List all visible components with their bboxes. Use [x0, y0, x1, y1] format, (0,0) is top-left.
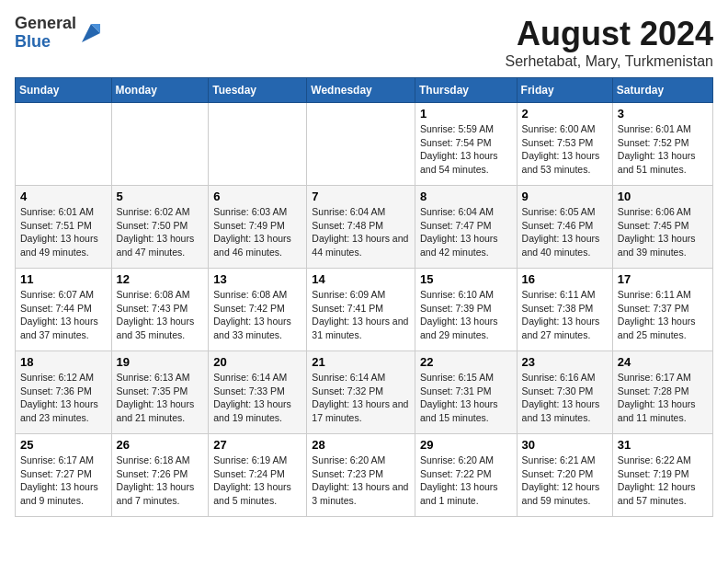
day-info: Sunrise: 6:20 AM Sunset: 7:22 PM Dayligh…	[420, 454, 512, 508]
day-info: Sunrise: 6:03 AM Sunset: 7:49 PM Dayligh…	[213, 205, 301, 259]
week-row-2: 4Sunrise: 6:01 AM Sunset: 7:51 PM Daylig…	[16, 186, 713, 269]
day-info: Sunrise: 6:11 AM Sunset: 7:38 PM Dayligh…	[522, 288, 608, 342]
day-number: 3	[618, 107, 708, 121]
logo: General Blue	[15, 15, 104, 52]
day-number: 17	[618, 272, 708, 286]
calendar-cell: 14Sunrise: 6:09 AM Sunset: 7:41 PM Dayli…	[307, 269, 415, 351]
day-info: Sunrise: 6:00 AM Sunset: 7:53 PM Dayligh…	[522, 122, 608, 177]
calendar-cell: 3Sunrise: 6:01 AM Sunset: 7:52 PM Daylig…	[612, 103, 712, 186]
day-info: Sunrise: 6:06 AM Sunset: 7:45 PM Dayligh…	[618, 205, 708, 259]
day-info: Sunrise: 6:12 AM Sunset: 7:36 PM Dayligh…	[20, 371, 107, 425]
header-monday: Monday	[111, 78, 209, 103]
calendar-cell: 12Sunrise: 6:08 AM Sunset: 7:43 PM Dayli…	[111, 269, 209, 351]
calendar-header-row: SundayMondayTuesdayWednesdayThursdayFrid…	[16, 78, 713, 103]
day-number: 10	[618, 190, 708, 203]
calendar-cell: 24Sunrise: 6:17 AM Sunset: 7:28 PM Dayli…	[612, 351, 712, 434]
calendar-cell: 11Sunrise: 6:07 AM Sunset: 7:44 PM Dayli…	[16, 269, 112, 351]
week-row-5: 25Sunrise: 6:17 AM Sunset: 7:27 PM Dayli…	[16, 434, 713, 517]
main-title: August 2024	[506, 15, 713, 53]
day-info: Sunrise: 6:01 AM Sunset: 7:51 PM Dayligh…	[20, 205, 107, 259]
day-number: 8	[420, 190, 512, 203]
day-info: Sunrise: 6:09 AM Sunset: 7:41 PM Dayligh…	[312, 288, 410, 342]
day-number: 21	[312, 355, 410, 369]
logo-general: General	[15, 14, 76, 32]
day-number: 23	[522, 355, 608, 369]
header-saturday: Saturday	[612, 78, 712, 103]
calendar-cell: 7Sunrise: 6:04 AM Sunset: 7:48 PM Daylig…	[307, 186, 415, 269]
day-number: 5	[117, 190, 204, 203]
calendar-cell: 23Sunrise: 6:16 AM Sunset: 7:30 PM Dayli…	[517, 351, 612, 434]
calendar-cell: 29Sunrise: 6:20 AM Sunset: 7:22 PM Dayli…	[415, 434, 517, 517]
calendar-cell: 5Sunrise: 6:02 AM Sunset: 7:50 PM Daylig…	[111, 186, 209, 269]
day-number: 12	[117, 272, 204, 286]
day-number: 28	[312, 438, 410, 452]
calendar-cell: 30Sunrise: 6:21 AM Sunset: 7:20 PM Dayli…	[517, 434, 612, 517]
day-info: Sunrise: 6:04 AM Sunset: 7:47 PM Dayligh…	[420, 205, 512, 259]
day-number: 4	[20, 190, 107, 203]
week-row-4: 18Sunrise: 6:12 AM Sunset: 7:36 PM Dayli…	[16, 351, 713, 434]
week-row-3: 11Sunrise: 6:07 AM Sunset: 7:44 PM Dayli…	[16, 269, 713, 351]
calendar-cell: 13Sunrise: 6:08 AM Sunset: 7:42 PM Dayli…	[209, 269, 307, 351]
calendar-cell: 21Sunrise: 6:14 AM Sunset: 7:32 PM Dayli…	[307, 351, 415, 434]
day-number: 31	[618, 438, 708, 452]
day-number: 26	[117, 438, 204, 452]
logo-icon	[78, 20, 104, 46]
calendar-table: SundayMondayTuesdayWednesdayThursdayFrid…	[15, 77, 713, 517]
day-info: Sunrise: 6:04 AM Sunset: 7:48 PM Dayligh…	[312, 205, 410, 259]
calendar-cell: 17Sunrise: 6:11 AM Sunset: 7:37 PM Dayli…	[612, 269, 712, 351]
day-number: 6	[213, 190, 301, 203]
day-info: Sunrise: 6:16 AM Sunset: 7:30 PM Dayligh…	[522, 371, 608, 425]
day-number: 13	[213, 272, 301, 286]
header-tuesday: Tuesday	[209, 78, 307, 103]
calendar-cell: 22Sunrise: 6:15 AM Sunset: 7:31 PM Dayli…	[415, 351, 517, 434]
day-info: Sunrise: 6:11 AM Sunset: 7:37 PM Dayligh…	[618, 288, 708, 342]
day-info: Sunrise: 6:07 AM Sunset: 7:44 PM Dayligh…	[20, 288, 107, 342]
day-number: 14	[312, 272, 410, 286]
header-friday: Friday	[517, 78, 612, 103]
day-info: Sunrise: 6:18 AM Sunset: 7:26 PM Dayligh…	[117, 454, 204, 508]
day-number: 30	[522, 438, 608, 452]
subtitle: Serhetabat, Mary, Turkmenistan	[506, 53, 713, 70]
day-number: 22	[420, 355, 512, 369]
day-info: Sunrise: 6:17 AM Sunset: 7:28 PM Dayligh…	[618, 371, 708, 425]
day-number: 9	[522, 190, 608, 203]
day-info: Sunrise: 6:01 AM Sunset: 7:52 PM Dayligh…	[618, 122, 708, 177]
day-info: Sunrise: 6:21 AM Sunset: 7:20 PM Dayligh…	[522, 454, 608, 508]
day-info: Sunrise: 6:10 AM Sunset: 7:39 PM Dayligh…	[420, 288, 512, 342]
calendar-cell: 1Sunrise: 5:59 AM Sunset: 7:54 PM Daylig…	[415, 103, 517, 186]
day-number: 18	[20, 355, 107, 369]
calendar-cell: 16Sunrise: 6:11 AM Sunset: 7:38 PM Dayli…	[517, 269, 612, 351]
title-block: August 2024 Serhetabat, Mary, Turkmenist…	[506, 15, 713, 70]
calendar-cell: 28Sunrise: 6:20 AM Sunset: 7:23 PM Dayli…	[307, 434, 415, 517]
day-info: Sunrise: 6:14 AM Sunset: 7:32 PM Dayligh…	[312, 371, 410, 425]
day-number: 19	[117, 355, 204, 369]
day-info: Sunrise: 6:15 AM Sunset: 7:31 PM Dayligh…	[420, 371, 512, 425]
calendar-cell: 4Sunrise: 6:01 AM Sunset: 7:51 PM Daylig…	[16, 186, 112, 269]
calendar-cell: 18Sunrise: 6:12 AM Sunset: 7:36 PM Dayli…	[16, 351, 112, 434]
day-info: Sunrise: 6:17 AM Sunset: 7:27 PM Dayligh…	[20, 454, 107, 508]
day-info: Sunrise: 6:08 AM Sunset: 7:42 PM Dayligh…	[213, 288, 301, 342]
day-info: Sunrise: 6:14 AM Sunset: 7:33 PM Dayligh…	[213, 371, 301, 425]
day-info: Sunrise: 6:13 AM Sunset: 7:35 PM Dayligh…	[117, 371, 204, 425]
calendar-cell: 10Sunrise: 6:06 AM Sunset: 7:45 PM Dayli…	[612, 186, 712, 269]
calendar-cell: 8Sunrise: 6:04 AM Sunset: 7:47 PM Daylig…	[415, 186, 517, 269]
day-number: 24	[618, 355, 708, 369]
day-number: 25	[20, 438, 107, 452]
calendar-cell: 25Sunrise: 6:17 AM Sunset: 7:27 PM Dayli…	[16, 434, 112, 517]
day-info: Sunrise: 6:08 AM Sunset: 7:43 PM Dayligh…	[117, 288, 204, 342]
day-info: Sunrise: 6:05 AM Sunset: 7:46 PM Dayligh…	[522, 205, 608, 259]
day-number: 11	[20, 272, 107, 286]
day-number: 15	[420, 272, 512, 286]
calendar-cell: 6Sunrise: 6:03 AM Sunset: 7:49 PM Daylig…	[209, 186, 307, 269]
day-info: Sunrise: 6:20 AM Sunset: 7:23 PM Dayligh…	[312, 454, 410, 508]
day-info: Sunrise: 5:59 AM Sunset: 7:54 PM Dayligh…	[420, 122, 512, 177]
calendar-cell: 20Sunrise: 6:14 AM Sunset: 7:33 PM Dayli…	[209, 351, 307, 434]
calendar-cell	[111, 103, 209, 186]
week-row-1: 1Sunrise: 5:59 AM Sunset: 7:54 PM Daylig…	[16, 103, 713, 186]
logo-blue: Blue	[15, 32, 51, 51]
day-number: 20	[213, 355, 301, 369]
day-number: 16	[522, 272, 608, 286]
calendar-cell: 31Sunrise: 6:22 AM Sunset: 7:19 PM Dayli…	[612, 434, 712, 517]
calendar-cell	[16, 103, 112, 186]
calendar-cell	[209, 103, 307, 186]
